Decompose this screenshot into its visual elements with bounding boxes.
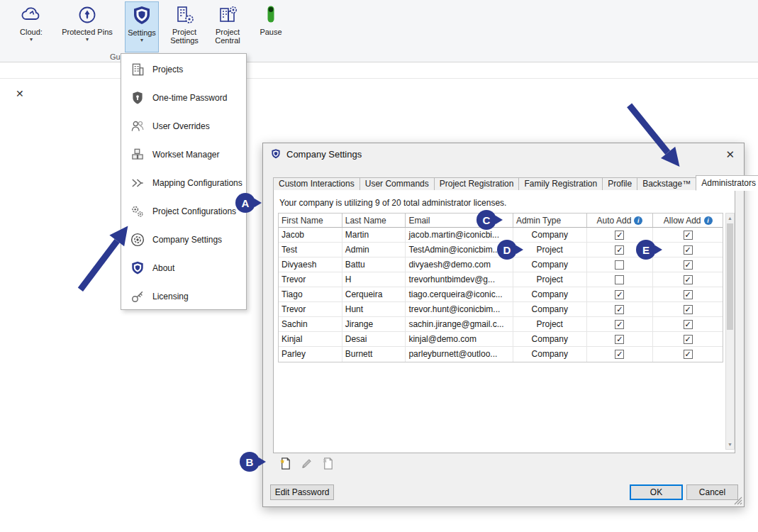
annotation-balloon-d: D [497,240,517,260]
info-icon[interactable]: i [704,216,713,225]
menu-item-company-settings[interactable]: Company Settings [121,226,246,254]
cell-email: kinjal@demo.com [406,332,513,346]
cell-last-name: Desai [342,332,406,346]
ribbon-button-settings[interactable]: Settings ▾ [125,1,159,52]
allow-add-checkbox[interactable]: ✓ [684,320,693,329]
ok-button[interactable]: OK [630,484,683,500]
column-header-last-name[interactable]: Last Name [342,214,406,227]
auto-add-checkbox[interactable]: ✓ [615,245,624,255]
ribbon-button-project-settings[interactable]: Project Settings [166,1,203,52]
table-row[interactable]: Kinjal Desai kinjal@demo.com Company ✓ ✓ [279,332,723,347]
tab-administrators[interactable]: Administrators [696,175,758,191]
add-record-icon[interactable] [279,457,292,470]
allow-add-checkbox[interactable]: ✓ [684,260,693,270]
ribbon-button-protected-pins[interactable]: Protected Pins ▾ [58,1,116,52]
ribbon-button-project-central[interactable]: Project Central [208,1,247,52]
annotation-balloon-c: C [476,210,496,230]
cell-email: trevor.hunt@iconicbim... [406,302,513,316]
cell-admin-type: Company [513,302,587,316]
menu-item-mapping-configurations[interactable]: Mapping Configurations [121,169,246,197]
cell-allow-add: ✓ [653,347,723,362]
cell-admin-type: Company [513,332,587,346]
ribbon-button-pause[interactable]: Pause [255,1,286,52]
column-header-first-name[interactable]: First Name [279,214,342,227]
menu-item-licensing[interactable]: Licensing [121,282,246,311]
auto-add-checkbox[interactable]: ✓ [615,305,624,314]
ribbon-button-label: Project Central [208,28,247,45]
auto-add-checkbox[interactable] [615,275,624,284]
tab-user-commands[interactable]: User Commands [360,177,435,190]
auto-add-checkbox[interactable] [615,260,624,270]
table-row[interactable]: Tiago Cerqueira tiago.cerqueira@iconic..… [279,287,723,302]
edit-password-button[interactable]: Edit Password [270,484,334,500]
licensing-icon [130,289,145,304]
table-row[interactable]: Trevor Hunt trevor.hunt@iconicbim... Com… [279,302,723,317]
auto-add-checkbox[interactable]: ✓ [615,335,624,344]
column-header-allow-add[interactable]: Allow Add i [653,214,723,227]
ribbon-button-label: Project Settings [166,28,203,45]
edit-record-icon[interactable] [300,457,313,470]
resize-grip[interactable] [734,497,742,505]
tab-family-registration[interactable]: Family Registration [518,177,603,190]
cell-last-name: Jirange [342,317,406,331]
auto-add-checkbox[interactable]: ✓ [615,231,624,240]
tab-profile[interactable]: Profile [602,177,637,190]
dialog-close-icon[interactable]: ✕ [725,148,735,161]
dialog-title: Company Settings [286,149,362,160]
pause-toggle-icon [260,4,282,26]
auto-add-checkbox[interactable]: ✓ [615,290,624,299]
cell-last-name: Cerqueira [342,287,406,301]
cell-auto-add: ✓ [587,302,654,316]
table-row[interactable]: Divyaesh Battu divyaesh@demo.com Company… [279,257,723,272]
panel-close-icon[interactable]: ✕ [16,88,24,99]
menu-item-projects[interactable]: Projects [121,55,246,84]
table-row[interactable]: Sachin Jirange sachin.jirange@gmail.c...… [279,317,723,332]
table-row[interactable]: Jacob Martin jacob.martin@iconicbi... Co… [279,228,723,243]
tab-custom-interactions[interactable]: Custom Interactions [273,177,360,190]
cell-allow-add: ✓ [653,332,723,346]
cell-admin-type: Project [513,243,587,257]
cell-email: jacob.martin@iconicbi... [406,228,513,242]
menu-item-workset-manager[interactable]: Workset Manager [121,140,246,169]
auto-add-checkbox[interactable]: ✓ [615,350,624,359]
menu-item-about[interactable]: About [121,254,246,282]
table-row[interactable]: Parley Burnett parleyburnett@outloo... C… [279,347,723,362]
allow-add-checkbox[interactable]: ✓ [684,275,693,284]
info-icon[interactable]: i [634,216,642,225]
tab-backstage[interactable]: Backstage™ [637,177,696,190]
cell-admin-type: Project [513,317,587,331]
scrollbar-up-icon[interactable]: ▲ [726,214,734,223]
administrators-table: First Name Last Name Email Admin Type Au… [278,213,723,362]
allow-add-checkbox[interactable]: ✓ [684,245,693,255]
scrollbar-down-icon[interactable]: ▼ [726,440,734,449]
ribbon-button-cloud[interactable]: Cloud: ▾ [11,1,51,52]
tab-project-registration[interactable]: Project Registration [434,177,520,190]
menu-item-label: Project Configurations [152,206,236,216]
cell-last-name: H [342,272,406,287]
menu-item-one-time-password[interactable]: One-time Password [121,84,246,112]
table-row[interactable]: Trevor H trevorhuntbimdev@g... Project ✓ [279,272,723,287]
cell-auto-add: ✓ [587,287,654,301]
menu-item-project-configurations[interactable]: Project Configurations [121,197,246,226]
menu-item-user-overrides[interactable]: User Overrides [121,112,246,140]
protected-pins-icon [77,4,98,26]
vertical-scrollbar[interactable]: ▲ ▼ [725,213,735,450]
allow-add-checkbox[interactable]: ✓ [684,231,693,240]
cancel-button[interactable]: Cancel [686,484,738,500]
dialog-shield-icon [270,148,282,160]
cell-auto-add: ✓ [587,332,654,346]
column-header-auto-add[interactable]: Auto Add i [587,214,654,227]
auto-add-checkbox[interactable]: ✓ [615,320,624,329]
allow-add-checkbox[interactable]: ✓ [684,290,693,299]
dropdown-caret-icon: ▾ [86,37,89,43]
delete-record-icon[interactable] [321,457,335,470]
scrollbar-thumb[interactable] [727,223,733,330]
cell-allow-add: ✓ [653,302,723,316]
allow-add-checkbox[interactable]: ✓ [684,305,693,314]
allow-add-checkbox[interactable]: ✓ [684,335,693,344]
column-header-admin-type[interactable]: Admin Type [513,214,587,227]
cell-admin-type: Company [513,287,587,301]
allow-add-checkbox[interactable]: ✓ [684,350,693,359]
cloud-icon [21,4,42,26]
annotation-balloon-b: B [240,452,260,472]
